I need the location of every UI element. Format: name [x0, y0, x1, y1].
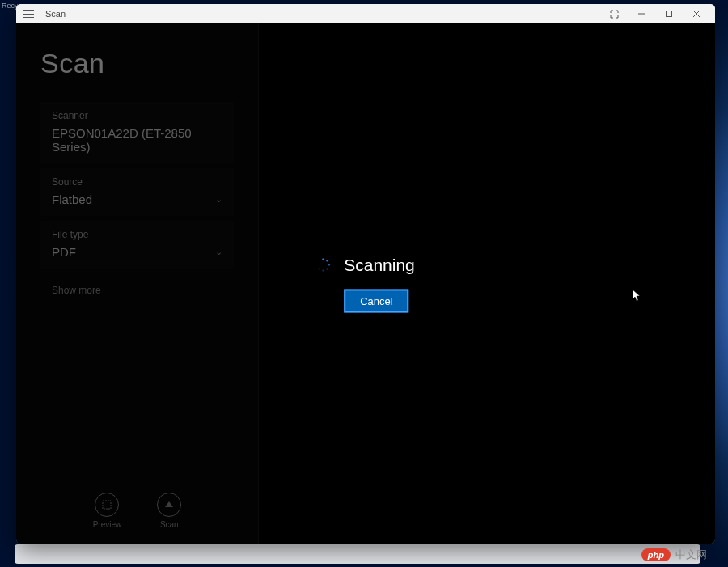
minimize-icon[interactable]	[628, 4, 655, 23]
scan-label: Scan	[160, 520, 179, 529]
background-strip	[15, 544, 700, 564]
close-icon[interactable]	[683, 4, 710, 23]
hamburger-icon[interactable]	[23, 10, 34, 18]
source-label: Source	[52, 176, 222, 188]
spinner-icon	[316, 258, 329, 271]
show-more-link[interactable]: Show more	[52, 285, 234, 296]
filetype-value: PDF	[52, 245, 76, 259]
scan-button[interactable]: Scan	[157, 493, 181, 529]
svg-rect-4	[103, 501, 111, 509]
settings-sidebar: Scan Scanner EPSON01A22D (ET-2850 Series…	[16, 23, 259, 544]
page-title: Scan	[40, 48, 234, 79]
scanning-status-text: Scanning	[344, 255, 415, 274]
filetype-label: File type	[52, 229, 222, 240]
watermark: php 中文网	[641, 548, 707, 562]
titlebar: Scan	[16, 4, 715, 23]
scan-app-window: Scan Scan Scanner EPSON01A22D (ET-2850 S…	[16, 4, 715, 544]
watermark-text: 中文网	[675, 548, 707, 562]
preview-button[interactable]: Preview	[93, 493, 122, 529]
cursor-icon	[633, 290, 642, 305]
scanner-selector[interactable]: Scanner EPSON01A22D (ET-2850 Series)	[40, 102, 234, 163]
chevron-down-icon: ⌄	[215, 194, 222, 205]
preview-label: Preview	[93, 520, 122, 529]
chevron-down-icon: ⌄	[215, 247, 222, 257]
scanning-dialog: Scanning Cancel	[316, 255, 415, 312]
window-title: Scan	[45, 9, 66, 19]
source-selector[interactable]: Source Flatbed⌄	[40, 168, 234, 216]
scanner-label: Scanner	[52, 110, 222, 121]
maximize-icon[interactable]	[655, 4, 683, 23]
sidebar-footer: Preview Scan	[40, 493, 234, 534]
scan-icon	[157, 493, 181, 517]
filetype-selector[interactable]: File type PDF⌄	[40, 221, 234, 269]
cancel-button[interactable]: Cancel	[344, 289, 408, 312]
fullscreen-icon[interactable]	[600, 4, 628, 23]
source-value: Flatbed	[52, 193, 92, 206]
preview-icon	[95, 493, 119, 517]
php-badge: php	[641, 548, 671, 561]
svg-rect-1	[667, 11, 672, 17]
scanner-value: EPSON01A22D (ET-2850 Series)	[52, 126, 222, 154]
app-body: Scan Scanner EPSON01A22D (ET-2850 Series…	[16, 23, 715, 544]
